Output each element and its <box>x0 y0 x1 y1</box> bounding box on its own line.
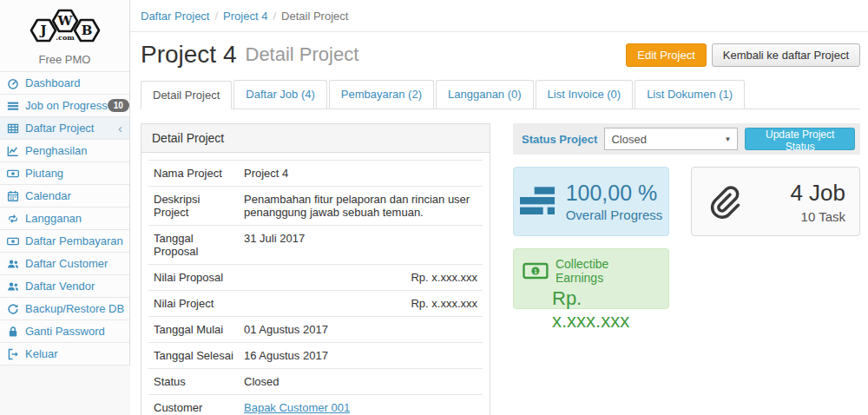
sidebar-item-daftar-customer[interactable]: Daftar Customer <box>0 253 129 275</box>
project-detail-table: Nama ProjectProject 4Deskripsi ProjectPe… <box>148 160 483 415</box>
page-subtitle: Detail Project <box>246 43 359 66</box>
sidebar-item-label: Calendar <box>25 189 71 202</box>
sidebar-item-label: Daftar Project <box>25 122 94 135</box>
sidebar-item-label: Keluar <box>25 347 58 360</box>
tab-langganan-0[interactable]: Langganan (0) <box>436 80 534 109</box>
chart-line-icon <box>7 145 22 157</box>
main-content: Daftar Project/Project 4/Detail Project … <box>130 0 868 415</box>
table-row: Nilai ProposalRp. x.xxx.xxx <box>148 265 483 291</box>
job-count-card: 4 Job 10 Task <box>691 167 860 236</box>
table-row: Tanggal Selesai16 Agustus 2017 <box>148 343 483 369</box>
row-label: Nilai Project <box>148 291 239 317</box>
progress-value: 100,00 % <box>566 181 663 206</box>
app-logo[interactable]: J W B .com Free PMO <box>0 0 129 71</box>
sidebar-item-daftar-vendor[interactable]: Daftar Vendor <box>0 275 129 298</box>
sidebar-item-ganti-password[interactable]: Ganti Password <box>0 320 129 343</box>
sidebar-item-label: Penghasilan <box>25 144 88 157</box>
sidebar-item-keluar[interactable]: Keluar <box>0 343 129 366</box>
row-value: Bapak Customer 001 <box>239 395 483 415</box>
svg-text:.com: .com <box>56 33 75 42</box>
update-project-status-button[interactable]: Update Project Status <box>745 128 855 150</box>
page-header: Project 4 Detail Project Edit Project Ke… <box>130 32 868 69</box>
lock-icon <box>7 326 22 338</box>
customer-link[interactable]: Bapak Customer 001 <box>244 401 350 414</box>
sidebar-item-label: Langganan <box>25 212 82 225</box>
progress-label: Overall Progress <box>566 208 663 222</box>
sidebar-item-label: Dashboard <box>25 76 81 89</box>
row-label: Customer <box>148 395 239 415</box>
table-row: Deskripsi ProjectPenambahan fitur pelapo… <box>148 187 483 226</box>
svg-text:B: B <box>81 23 92 38</box>
svg-text:J: J <box>38 23 46 38</box>
app-name: Free PMO <box>0 53 129 66</box>
svg-text:1: 1 <box>534 268 537 274</box>
tasks-icon <box>520 187 555 216</box>
row-value: Penambahan fitur pelaporan dan rincian u… <box>239 187 483 226</box>
edit-project-button[interactable]: Edit Project <box>626 43 706 67</box>
sidebar-item-label: Piutang <box>25 167 63 180</box>
header-buttons: Edit Project Kembali ke daftar Project <box>626 43 860 67</box>
sidebar-item-dashboard[interactable]: Dashboard <box>0 72 129 95</box>
row-label: Tanggal Proposal <box>148 226 239 265</box>
table-icon <box>7 122 22 135</box>
row-value: Closed <box>239 369 483 395</box>
sidebar-item-daftar-pembayaran[interactable]: Daftar Pembayaran <box>0 230 129 253</box>
right-column: Status Project Closed ▼ Update Project S… <box>513 123 860 415</box>
sidebar-item-langganan[interactable]: Langganan <box>0 208 129 230</box>
table-row: Tanggal Mulai01 Agustus 2017 <box>148 317 483 343</box>
row-value: Project 4 <box>239 161 483 187</box>
detail-project-panel: Detail Project Nama ProjectProject 4Desk… <box>141 123 490 415</box>
sidebar-item-label: Job on Progress <box>25 99 108 112</box>
status-project-label: Status Project <box>522 133 597 146</box>
sign-out-icon <box>7 348 22 360</box>
breadcrumb-separator: / <box>214 10 218 23</box>
sidebar-item-piutang[interactable]: Piutang <box>0 162 129 185</box>
row-label: Tanggal Mulai <box>148 317 239 343</box>
money-icon: 1 <box>523 262 549 280</box>
row-label: Nilai Proposal <box>148 265 239 291</box>
sidebar-item-backup-restore-db[interactable]: Backup/Restore DB <box>0 298 129 320</box>
breadcrumb-current: Detail Project <box>281 10 348 23</box>
sidebar-menu: DashboardJob on Progress10Daftar Project… <box>0 71 129 366</box>
row-label: Tanggal Selesai <box>148 343 239 369</box>
row-value: 16 Agustus 2017 <box>239 343 483 369</box>
tab-list-dokumen-1[interactable]: List Dokumen (1) <box>635 80 745 109</box>
chevron-left-icon: ‹ <box>118 124 122 133</box>
collectible-earnings-card: 1 Collectibe Earnings Rp. x.xxx.xxx <box>513 248 669 309</box>
sidebar-item-penghasilan[interactable]: Penghasilan <box>0 140 129 162</box>
sidebar-item-calendar[interactable]: Calendar <box>0 185 129 208</box>
paperclip-icon <box>706 182 740 221</box>
users-icon <box>7 280 22 293</box>
calendar-icon <box>7 190 22 202</box>
row-label: Nama Project <box>148 161 239 187</box>
row-label: Deskripsi Project <box>148 187 239 226</box>
tab-daftar-job-4[interactable]: Daftar Job (4) <box>233 80 326 109</box>
back-to-project-list-button[interactable]: Kembali ke daftar Project <box>712 43 860 67</box>
status-selected-value: Closed <box>611 133 646 146</box>
tab-detail-project[interactable]: Detail Project <box>141 81 232 109</box>
app-root: J W B .com Free PMO DashboardJob on Prog… <box>0 0 868 415</box>
table-row: CustomerBapak Customer 001 <box>148 395 483 415</box>
job-count-value: 4 Job <box>790 180 845 207</box>
dashboard-icon <box>7 77 22 89</box>
sidebar-item-label: Backup/Restore DB <box>25 302 124 315</box>
row-label: Status <box>148 369 239 395</box>
tab-list-invoice-0[interactable]: List Invoice (0) <box>536 80 634 109</box>
refresh-icon <box>7 303 22 315</box>
sidebar-item-label: Daftar Vendor <box>25 280 95 293</box>
sidebar-item-daftar-project[interactable]: Daftar Project‹ <box>0 117 129 140</box>
table-row: StatusClosed <box>148 369 483 395</box>
row-value: Rp. x.xxx.xxx <box>239 265 483 291</box>
earnings-value: Rp. x.xxx.xxx <box>552 287 660 333</box>
breadcrumb: Daftar Project/Project 4/Detail Project <box>130 0 868 32</box>
page-title: Project 4 <box>141 41 237 69</box>
summary-cards: 100,00 % Overall Progress 4 Job 10 Task <box>513 167 860 236</box>
breadcrumb-link-project-4[interactable]: Project 4 <box>223 10 267 23</box>
svg-text:W: W <box>56 13 73 29</box>
breadcrumb-link-daftar-project[interactable]: Daftar Project <box>141 10 209 23</box>
table-row: Nilai ProjectRp. x.xxx.xxx <box>148 291 483 317</box>
sidebar: J W B .com Free PMO DashboardJob on Prog… <box>0 0 130 366</box>
status-project-select[interactable]: Closed ▼ <box>604 128 738 150</box>
sidebar-item-job-on-progress[interactable]: Job on Progress10 <box>0 95 129 117</box>
tab-pembayaran-2[interactable]: Pembayaran (2) <box>329 80 434 109</box>
